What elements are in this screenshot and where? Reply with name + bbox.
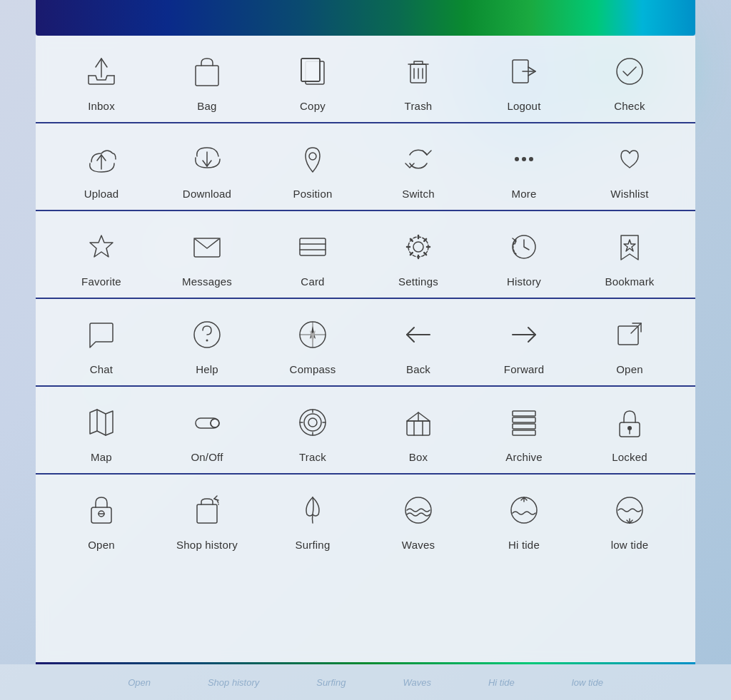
surfing-item[interactable]: Surfing [260,487,366,551]
waves-icon [395,487,441,533]
svg-point-16 [522,157,526,161]
track-label: Track [299,451,326,463]
switch-item[interactable]: Switch [366,136,471,200]
box-icon [395,400,441,445]
messages-icon [184,224,230,270]
wishlist-label: Wishlist [610,188,648,200]
waves-item[interactable]: Waves [366,487,471,551]
more-icon [501,136,547,182]
hitide-item[interactable]: Hi tide [471,487,577,551]
help-item[interactable]: Help [154,312,260,375]
box-label: Box [409,451,428,463]
svg-point-61 [627,426,632,430]
svg-rect-63 [91,507,111,523]
svg-marker-18 [90,235,113,257]
help-label: Help [196,363,218,375]
shophistory-label: Shop history [176,539,238,551]
open-label: Open [616,363,643,375]
logout-item[interactable]: Logout [471,49,577,112]
messages-label: Messages [182,275,232,288]
surfing-icon [290,487,336,533]
svg-rect-58 [513,424,535,429]
messages-item[interactable]: Messages [154,224,260,288]
icon-row-4: Chat Help Comp [36,299,695,387]
svg-rect-56 [513,411,535,416]
help-icon [184,312,230,357]
icon-row-5: Map On/Off [36,387,695,475]
upload-item[interactable]: Upload [49,136,154,200]
svg-rect-57 [513,417,535,422]
chat-label: Chat [90,363,114,375]
history-item[interactable]: History [471,224,577,288]
open-item[interactable]: Open [577,312,682,375]
bag-label: Bag [197,100,216,112]
wishlist-icon [607,136,652,182]
check-icon [607,49,652,94]
archive-item[interactable]: Archive [471,400,577,463]
shophistory-item[interactable]: Shop history [154,487,260,551]
onoff-label: On/Off [191,451,223,463]
inbox-item[interactable]: Inbox [49,49,154,112]
locked-item[interactable]: Locked [577,400,682,463]
back-item[interactable]: Back [366,312,471,375]
svg-rect-20 [300,238,326,255]
check-item[interactable]: Check [577,49,682,112]
upload-icon [79,136,124,182]
history-label: History [507,275,541,288]
open2-item[interactable]: Open [49,487,154,551]
hitide-label: Hi tide [508,539,540,551]
watermark-hitide: Hi tide [488,677,515,688]
open2-icon [79,487,124,533]
chat-icon [79,312,124,357]
svg-point-45 [304,414,321,431]
bag-icon [184,49,230,94]
bag-item[interactable]: Bag [154,49,260,112]
download-label: Download [183,188,231,200]
favorite-item[interactable]: Favorite [49,224,154,288]
svg-rect-59 [513,430,535,435]
header-bar [36,0,695,36]
card-item[interactable]: Card [260,224,366,288]
download-icon [184,136,230,182]
lowtide-item[interactable]: low tide [577,487,682,551]
svg-point-14 [309,153,316,160]
copy-item[interactable]: Copy [260,49,366,112]
settings-label: Settings [398,275,438,288]
switch-icon [395,136,441,182]
inbox-icon [79,49,124,94]
icon-row-2: Upload Download Position [36,123,695,211]
main-container: Inbox Bag Copy [36,36,695,664]
back-icon [395,312,441,357]
download-item[interactable]: Download [154,136,260,200]
onoff-item[interactable]: On/Off [154,400,260,463]
locked-icon [607,400,652,445]
box-item[interactable]: Box [366,400,471,463]
position-label: Position [293,188,333,200]
trash-label: Trash [405,100,433,112]
more-item[interactable]: More [471,136,577,200]
position-item[interactable]: Position [260,136,366,200]
settings-item[interactable]: Settings [366,224,471,288]
svg-rect-3 [301,59,320,81]
wishlist-item[interactable]: Wishlist [577,136,682,200]
svg-line-37 [631,323,641,333]
surfing-label: Surfing [296,539,331,551]
watermark-surfing: Surfing [316,677,346,688]
bookmark-label: Bookmark [605,275,654,288]
bookmark-item[interactable]: Bookmark [577,224,682,288]
card-icon [290,224,336,270]
forward-item[interactable]: Forward [471,312,577,375]
trash-item[interactable]: Trash [366,49,471,112]
watermark-bar: Open Shop history Surfing Waves Hi tide … [0,664,731,700]
watermark-waves: Waves [403,677,431,688]
track-item[interactable]: Track [260,400,366,463]
chat-item[interactable]: Chat [49,312,154,375]
svg-point-23 [413,242,423,252]
icon-row-3: Favorite Messages Card [36,211,695,299]
logout-icon [501,49,547,94]
compass-label: Compass [290,363,336,375]
trash-icon [395,49,441,94]
map-label: Map [91,451,112,463]
map-item[interactable]: Map [49,400,154,463]
compass-item[interactable]: Compass [260,312,366,375]
